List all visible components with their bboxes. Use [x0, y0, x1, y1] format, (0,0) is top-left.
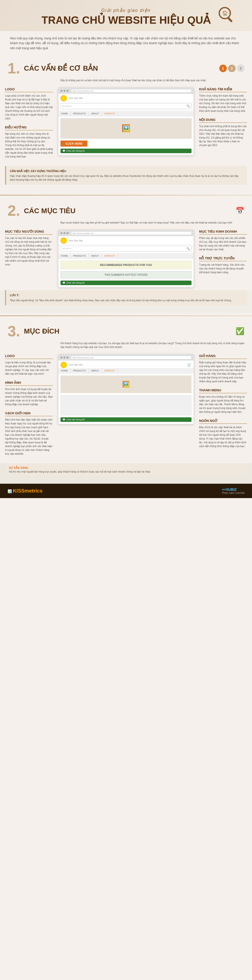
site-title-2: Your Site Title — [69, 239, 82, 242]
browser-hero-1: 🖼️ — [60, 118, 192, 138]
sidebar-nav-text: Nội trang chủ nên có chức năng như là mộ… — [5, 132, 53, 159]
browser-url-1: http://www.yoursite.com — [71, 89, 192, 92]
section1-note-title: CẦN NHẮ VIỆC XÂY DỰNG THƯƠNG HIỆU — [10, 169, 243, 173]
browser-toolbar-3: http://www.yoursite.com — [59, 355, 193, 361]
chat-widget-2[interactable]: 💬 Chat với chúng tôi — [60, 281, 192, 285]
sidebar-logo-text: Logo phải có tính thẩm mỹ cao, kích thướ… — [5, 94, 53, 120]
section-1: 1. CÁC VẤN ĐỀ CƠ BẢN 1 2 3 Đây là những … — [0, 56, 252, 192]
sidebar-cart: GIỎ HÀNG Biểu tượng giỏ hàng được đặt ở … — [199, 354, 247, 383]
biz-goal-title: MỤC TIÊU KINH DOANH — [199, 230, 247, 235]
section1-desc-left — [5, 78, 55, 82]
su-san-sang-note: SỰ SẴN SÀNG Vai trò như một người bán hà… — [5, 463, 247, 476]
chat-text-1: Chat với chúng tôi — [66, 150, 85, 152]
s3-logo-title: LOGO — [5, 354, 53, 359]
s3-boundary-title: VẠCH GIỚI HẠN — [5, 411, 53, 416]
s3-hero-icon: 🖼️ — [122, 381, 130, 388]
cart-text: Biểu tượng giỏ hàng được đặt ở phần đầu … — [199, 361, 247, 383]
sidebar-logo-title: LOGO — [5, 87, 53, 92]
nav-products-2[interactable]: PRODUCTS — [71, 253, 89, 258]
browser-dot-7 — [60, 356, 62, 358]
browser-search-2: SEARCH 🔍 — [59, 244, 193, 253]
browser-logo-area-3: Your Site Title 🛒 — [59, 361, 193, 368]
sidebar-s3-logo: LOGO Logo là biểu trưng riêng, là sự tru… — [5, 354, 53, 376]
search-bar-1[interactable]: SEARCH 🔍 — [60, 103, 192, 109]
search-bar-2[interactable]: SEARCH 🔍 — [60, 246, 192, 251]
section2-number: 2. — [8, 203, 20, 218]
sidebar-support: HỖ TRỢ TRỰC TUYẾN Tương tác với khách hà… — [199, 256, 247, 274]
browser-mockup-3: http://www.yoursite.com Your Site Title … — [58, 354, 194, 425]
browser-mockup-2: http://www.yoursite.com Your Site Title … — [58, 230, 194, 288]
section3-title: MỤC ĐÍCH — [24, 327, 59, 335]
browser-mockup-1: http://www.yoursite.com Your Site Title … — [58, 87, 194, 156]
badge-3: 3 — [237, 65, 244, 72]
section1-note-text: Việc nhận diện thương hiệu thì ít quan t… — [10, 174, 243, 182]
sun-logo — [60, 95, 67, 102]
nav-contact-1[interactable]: CONTACT — [102, 111, 118, 116]
nav-products-3[interactable]: PRODUCTS — [71, 368, 89, 373]
section2-right: MỤC TIÊU KINH DOANH Phần này sẽ tập trun… — [197, 230, 247, 288]
site-title-1: Your Site Title — [69, 97, 82, 99]
click-here-button[interactable]: CLICK HERE — [60, 140, 87, 146]
nav-about-1[interactable]: ABOUT — [89, 111, 102, 116]
browser-url-3: http://www.yoursite.com — [71, 356, 192, 359]
section2-title: CÁC MỤC TIÊU — [24, 207, 76, 215]
svg-rect-1 — [227, 17, 233, 22]
chat-icon-3: 💬 — [62, 418, 65, 421]
section1-desc-text: Đây là những yếu tố cơ bản nhất mà bất k… — [60, 78, 247, 82]
nav-home-3[interactable]: HOME — [59, 368, 71, 373]
sidebar-logo: LOGO Logo phải có tính thẩm mỹ cao, kích… — [5, 87, 53, 120]
chat-widget-3[interactable]: 💬 Chat với chúng tôi — [60, 417, 192, 422]
sidebar-search-text: Thêm chức năng tìm kiếm để trang web của… — [199, 94, 247, 113]
user-goal-title: MỤC TIÊU NGƯỜI DÙNG — [5, 230, 53, 235]
svg-text:🏠: 🏠 — [222, 10, 228, 16]
sun-logo-2 — [60, 237, 67, 244]
section3-desc-text: Khi khách hàng truy cập website của bạn,… — [60, 341, 247, 349]
su-san-sang-title: SỰ SẴN SÀNG — [9, 466, 243, 470]
section1-browser-col: http://www.yoursite.com Your Site Title … — [55, 87, 197, 164]
chat-icon-2: 💬 — [62, 282, 65, 284]
sidebar-content-title: NỘI DUNG — [199, 118, 247, 123]
nav-home-2[interactable]: HOME — [59, 253, 71, 258]
nav-contact-2[interactable]: CONTACT — [102, 253, 118, 258]
calendar-icon: 📅 — [236, 207, 244, 215]
browser-dot-2 — [63, 90, 65, 92]
kissmetrics-label: KISSmetrics — [13, 488, 43, 493]
sidebar-biz-goal: MỤC TIÊU KINH DOANH Phần này sẽ tập trun… — [199, 230, 247, 251]
browser-nav-1: HOME PRODUCTS ABOUT CONTACT — [59, 111, 193, 116]
browser-dot-8 — [63, 356, 65, 358]
hottest-offers: THIS SUMMER'S HOTTEST OFFERS — [60, 271, 192, 278]
divider-1 — [0, 195, 252, 196]
section1-number: 1. — [8, 61, 20, 76]
chat-text-2: Chat với chúng tôi — [66, 282, 85, 284]
sidebar-language: NGÔN NGỮ Đây chính là các việc thiết kế … — [199, 419, 247, 448]
section1-badges: 1 2 3 — [219, 65, 244, 72]
subiz-label: ++SUBIZ — [222, 487, 244, 492]
header-title: Trang Chủ Website Hiệu Quả — [10, 14, 242, 26]
sidebar-menu: THANH MENU Được xem như những chỉ dẫn rõ… — [199, 388, 247, 414]
chat-widget-1[interactable]: 💬 Chat với chúng tôi — [60, 149, 192, 153]
header-icon: 🏠 — [217, 5, 237, 25]
search-text-1: SEARCH — [61, 105, 187, 108]
browser-logo-area-1: Your Site Title — [59, 94, 193, 102]
support-text: Tương tác với khách hàng. Xác định nhu c… — [199, 263, 247, 274]
nav-products-1[interactable]: PRODUCTS — [71, 111, 89, 116]
section1-content: LOGO Logo phải có tính thẩm mỹ cao, kích… — [0, 85, 252, 166]
nav-about-2[interactable]: ABOUT — [89, 253, 102, 258]
nav-contact-3[interactable]: CONTACT — [102, 368, 118, 373]
user-goal-text: Các yếu tố này khi được đưa vào trang ch… — [5, 236, 53, 266]
browser-search-1: SEARCH 🔍 — [59, 102, 193, 111]
nav-about-3[interactable]: ABOUT — [89, 368, 102, 373]
section1-desc: Đây là những yếu tố cơ bản nhất mà bất k… — [0, 78, 252, 85]
subiz-logo: ++SUBIZ Phần mềm Livechat — [222, 487, 244, 494]
browser-dot-4 — [60, 232, 62, 234]
menu-title: THANH MENU — [199, 388, 247, 393]
s3-image-text: Kho hình ảnh được sử dụng để truyền tải … — [5, 387, 53, 406]
sidebar-user-goal: MỤC TIÊU NGƯỜI DÙNG Các yếu tố này khi đ… — [5, 230, 53, 266]
sidebar-navigation: ĐIỀU HƯỚNG Nội trang chủ nên có chức năn… — [5, 126, 53, 159]
header-subtitle: Giải phẫu giao diện — [10, 8, 242, 13]
nav-home-1[interactable]: HOME — [59, 111, 71, 116]
section3-left: LOGO Logo là biểu trưng riêng, là sự tru… — [5, 354, 55, 461]
sidebar-s3-boundary: VẠCH GIỚI HẠN Màn hình kéo đến điều hiển… — [5, 411, 53, 456]
s3-image-placeholder: 🖼️ — [60, 375, 192, 393]
section2-header: 2. CÁC MỤC TIÊU 📅 — [0, 198, 252, 221]
